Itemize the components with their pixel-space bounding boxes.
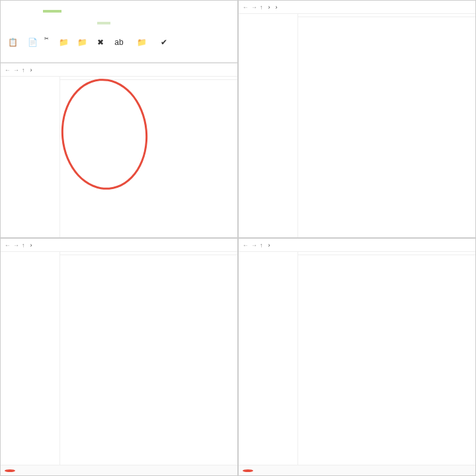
moveto-icon: 📁	[58, 37, 69, 48]
tab-drive-tools[interactable]	[97, 22, 110, 24]
forward-icon[interactable]: →	[13, 242, 19, 249]
props-button[interactable]: ✔	[156, 36, 172, 50]
tab-view[interactable]	[27, 10, 40, 13]
column-headers[interactable]	[60, 77, 237, 80]
rename-icon: ab	[114, 37, 124, 48]
up-icon[interactable]: ↑	[22, 242, 25, 249]
copyto-button[interactable]: 📁	[74, 36, 90, 50]
copy-icon: 📋	[7, 37, 18, 48]
paste-icon: 📄	[27, 37, 38, 48]
sidebar[interactable]	[239, 14, 298, 237]
pane-top-left: 📋 📄 ✂ 📁 📁 ✖ ab 📁 ✔	[0, 0, 238, 238]
props-icon: ✔	[159, 37, 169, 48]
pane-bottom-right: ← → ↑ ›	[238, 238, 476, 476]
forward-icon[interactable]: →	[251, 242, 257, 249]
column-headers[interactable]	[298, 252, 475, 255]
forward-icon[interactable]: →	[251, 4, 257, 11]
up-icon[interactable]: ↑	[22, 67, 25, 73]
tab-share[interactable]	[14, 10, 27, 13]
breadcrumb[interactable]: ← → ↑ ›	[1, 63, 237, 77]
back-icon[interactable]: ←	[243, 242, 249, 249]
copyto-icon: 📁	[77, 37, 87, 48]
delete-button[interactable]: ✖	[93, 36, 108, 50]
back-icon[interactable]: ←	[5, 242, 11, 249]
tab-home[interactable]	[1, 10, 14, 13]
column-headers[interactable]	[60, 252, 237, 255]
moveto-button[interactable]: 📁	[56, 36, 71, 50]
newfolder-button[interactable]: 📁	[134, 36, 149, 50]
cut-button[interactable]: ✂	[44, 36, 49, 42]
sidebar[interactable]	[239, 252, 298, 465]
rename-button[interactable]: ab	[111, 36, 127, 50]
forward-icon[interactable]: →	[13, 67, 19, 73]
newfolder-icon: 📁	[136, 37, 147, 48]
pane-top-right: ← → ↑ › ›	[238, 0, 476, 238]
up-icon[interactable]: ↑	[260, 4, 263, 11]
back-icon[interactable]: ←	[5, 67, 11, 73]
breadcrumb[interactable]: ← → ↑ ›	[1, 239, 237, 252]
sidebar[interactable]	[1, 77, 60, 238]
status-bar	[239, 465, 475, 475]
back-icon[interactable]: ←	[243, 4, 249, 11]
ribbon: 📋 📄 ✂ 📁 📁 ✖ ab 📁 ✔	[1, 1, 237, 63]
paste-button[interactable]: 📄	[24, 36, 40, 50]
breadcrumb[interactable]: ← → ↑ › ›	[239, 1, 475, 14]
breadcrumb[interactable]: ← → ↑ ›	[239, 239, 475, 252]
sidebar[interactable]	[1, 252, 60, 465]
status-bar	[1, 465, 237, 475]
delete-icon: ✖	[95, 37, 106, 48]
up-icon[interactable]: ↑	[260, 242, 263, 249]
copy-button[interactable]: 📋	[5, 36, 20, 50]
column-headers[interactable]	[298, 14, 475, 17]
pane-bottom-left: ← → ↑ ›	[0, 238, 238, 476]
tab-manage[interactable]	[43, 10, 61, 13]
